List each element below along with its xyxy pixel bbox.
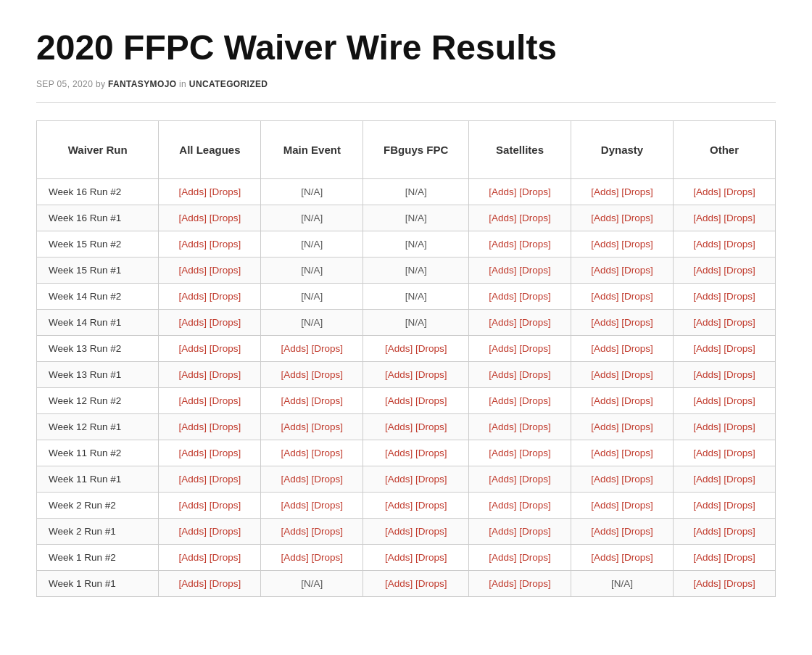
- table-cell-links[interactable]: [Adds] [Drops]: [571, 361, 674, 387]
- table-cell-links[interactable]: [Adds] [Drops]: [159, 492, 261, 518]
- table-cell-links[interactable]: [Adds] [Drops]: [261, 387, 363, 413]
- adds-link[interactable]: [Adds]: [385, 395, 413, 406]
- drops-link[interactable]: [Drops]: [724, 578, 755, 589]
- adds-link[interactable]: [Adds]: [693, 474, 721, 485]
- adds-link[interactable]: [Adds]: [179, 265, 207, 276]
- adds-link[interactable]: [Adds]: [385, 474, 413, 485]
- adds-link[interactable]: [Adds]: [489, 421, 516, 432]
- adds-link[interactable]: [Adds]: [693, 213, 721, 223]
- table-cell-links[interactable]: [Adds] [Drops]: [469, 570, 571, 596]
- table-cell-links[interactable]: [Adds] [Drops]: [261, 335, 363, 361]
- adds-link[interactable]: [Adds]: [489, 213, 516, 223]
- drops-link[interactable]: [Drops]: [210, 213, 241, 223]
- table-cell-links[interactable]: [Adds] [Drops]: [159, 466, 261, 492]
- drops-link[interactable]: [Drops]: [210, 526, 241, 537]
- drops-link[interactable]: [Drops]: [210, 186, 241, 197]
- adds-link[interactable]: [Adds]: [693, 317, 721, 328]
- table-cell-links[interactable]: [Adds] [Drops]: [571, 544, 674, 570]
- table-cell-links[interactable]: [Adds] [Drops]: [469, 231, 571, 257]
- adds-link[interactable]: [Adds]: [385, 578, 413, 589]
- adds-link[interactable]: [Adds]: [385, 421, 413, 432]
- table-cell-links[interactable]: [Adds] [Drops]: [469, 205, 571, 231]
- table-cell-links[interactable]: [Adds] [Drops]: [571, 257, 674, 283]
- table-cell-links[interactable]: [Adds] [Drops]: [673, 466, 775, 492]
- drops-link[interactable]: [Drops]: [312, 552, 344, 563]
- table-cell-links[interactable]: [Adds] [Drops]: [673, 283, 775, 309]
- table-cell-links[interactable]: [Adds] [Drops]: [673, 544, 775, 570]
- table-cell-links[interactable]: [Adds] [Drops]: [261, 544, 363, 570]
- adds-link[interactable]: [Adds]: [489, 291, 516, 302]
- table-cell-links[interactable]: [Adds] [Drops]: [159, 387, 261, 413]
- drops-link[interactable]: [Drops]: [210, 317, 241, 328]
- adds-link[interactable]: [Adds]: [281, 421, 309, 432]
- table-cell-links[interactable]: [Adds] [Drops]: [673, 309, 775, 335]
- drops-link[interactable]: [Drops]: [210, 474, 241, 485]
- table-cell-links[interactable]: [Adds] [Drops]: [363, 413, 469, 440]
- table-cell-links[interactable]: [Adds] [Drops]: [159, 544, 261, 570]
- table-cell-links[interactable]: [Adds] [Drops]: [469, 309, 571, 335]
- table-cell-links[interactable]: [Adds] [Drops]: [363, 361, 469, 387]
- adds-link[interactable]: [Adds]: [179, 474, 207, 485]
- adds-link[interactable]: [Adds]: [693, 291, 721, 302]
- table-cell-links[interactable]: [Adds] [Drops]: [159, 309, 261, 335]
- drops-link[interactable]: [Drops]: [621, 369, 653, 380]
- adds-link[interactable]: [Adds]: [591, 474, 618, 485]
- adds-link[interactable]: [Adds]: [591, 291, 618, 302]
- drops-link[interactable]: [Drops]: [724, 395, 755, 406]
- drops-link[interactable]: [Drops]: [415, 448, 447, 458]
- table-cell-links[interactable]: [Adds] [Drops]: [571, 492, 674, 518]
- adds-link[interactable]: [Adds]: [489, 395, 516, 406]
- adds-link[interactable]: [Adds]: [489, 474, 516, 485]
- table-cell-links[interactable]: [Adds] [Drops]: [571, 518, 674, 544]
- table-cell-links[interactable]: [Adds] [Drops]: [261, 361, 363, 387]
- table-cell-links[interactable]: [Adds] [Drops]: [673, 440, 775, 466]
- adds-link[interactable]: [Adds]: [281, 552, 309, 563]
- adds-link[interactable]: [Adds]: [693, 343, 721, 354]
- adds-link[interactable]: [Adds]: [693, 239, 721, 250]
- drops-link[interactable]: [Drops]: [621, 474, 653, 485]
- table-cell-links[interactable]: [Adds] [Drops]: [363, 492, 469, 518]
- drops-link[interactable]: [Drops]: [415, 343, 447, 354]
- adds-link[interactable]: [Adds]: [281, 343, 309, 354]
- drops-link[interactable]: [Drops]: [415, 552, 447, 563]
- table-cell-links[interactable]: [Adds] [Drops]: [571, 387, 674, 413]
- table-cell-links[interactable]: [Adds] [Drops]: [159, 570, 261, 596]
- table-cell-links[interactable]: [Adds] [Drops]: [673, 361, 775, 387]
- drops-link[interactable]: [Drops]: [724, 552, 755, 563]
- table-cell-links[interactable]: [Adds] [Drops]: [571, 466, 674, 492]
- drops-link[interactable]: [Drops]: [519, 186, 551, 197]
- drops-link[interactable]: [Drops]: [621, 265, 653, 276]
- drops-link[interactable]: [Drops]: [415, 474, 447, 485]
- table-cell-links[interactable]: [Adds] [Drops]: [159, 335, 261, 361]
- adds-link[interactable]: [Adds]: [385, 526, 413, 537]
- drops-link[interactable]: [Drops]: [210, 578, 241, 589]
- adds-link[interactable]: [Adds]: [693, 552, 721, 563]
- drops-link[interactable]: [Drops]: [312, 526, 344, 537]
- table-cell-links[interactable]: [Adds] [Drops]: [673, 335, 775, 361]
- drops-link[interactable]: [Drops]: [415, 369, 447, 380]
- table-cell-links[interactable]: [Adds] [Drops]: [363, 387, 469, 413]
- adds-link[interactable]: [Adds]: [179, 213, 207, 223]
- table-cell-links[interactable]: [Adds] [Drops]: [673, 178, 775, 205]
- table-cell-links[interactable]: [Adds] [Drops]: [261, 413, 363, 440]
- adds-link[interactable]: [Adds]: [489, 448, 516, 458]
- table-cell-links[interactable]: [Adds] [Drops]: [363, 544, 469, 570]
- table-cell-links[interactable]: [Adds] [Drops]: [159, 283, 261, 309]
- adds-link[interactable]: [Adds]: [693, 265, 721, 276]
- adds-link[interactable]: [Adds]: [281, 369, 309, 380]
- table-cell-links[interactable]: [Adds] [Drops]: [159, 205, 261, 231]
- drops-link[interactable]: [Drops]: [724, 239, 755, 250]
- adds-link[interactable]: [Adds]: [591, 448, 618, 458]
- adds-link[interactable]: [Adds]: [179, 578, 207, 589]
- drops-link[interactable]: [Drops]: [519, 526, 551, 537]
- adds-link[interactable]: [Adds]: [489, 578, 516, 589]
- drops-link[interactable]: [Drops]: [621, 526, 653, 537]
- drops-link[interactable]: [Drops]: [519, 421, 551, 432]
- table-cell-links[interactable]: [Adds] [Drops]: [159, 257, 261, 283]
- drops-link[interactable]: [Drops]: [519, 369, 551, 380]
- drops-link[interactable]: [Drops]: [210, 291, 241, 302]
- adds-link[interactable]: [Adds]: [179, 526, 207, 537]
- drops-link[interactable]: [Drops]: [519, 213, 551, 223]
- drops-link[interactable]: [Drops]: [415, 395, 447, 406]
- table-cell-links[interactable]: [Adds] [Drops]: [469, 283, 571, 309]
